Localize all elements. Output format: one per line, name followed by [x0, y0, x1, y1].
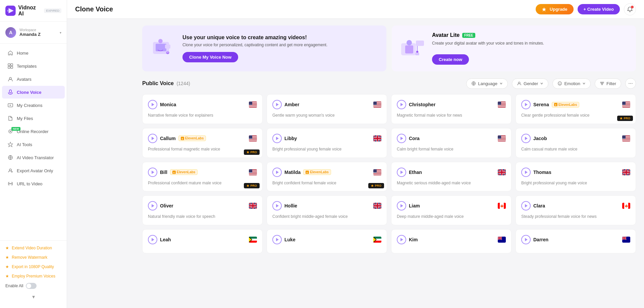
sidebar-item-avatars[interactable]: Avatars — [2, 73, 65, 85]
voice-card-darren[interactable]: Darren — [516, 229, 636, 253]
voice-card-serena[interactable]: Serena E ElevenLabs Clear gentle profess… — [516, 94, 636, 124]
svg-rect-108 — [498, 139, 506, 140]
voice-card-callum[interactable]: Callum E ElevenLabs Professional formal … — [142, 128, 263, 158]
voice-card-hollie[interactable]: Hollie Confident bright middle-aged fema… — [267, 195, 387, 225]
play-button-bill[interactable] — [148, 168, 157, 177]
upgrade-button[interactable]: Upgrade — [536, 4, 574, 14]
sidebar-item-templates[interactable]: Templates — [2, 60, 65, 72]
voice-card-kim[interactable]: Kim — [391, 229, 512, 253]
flag-icon-ethan — [498, 169, 506, 175]
filter-button[interactable]: Filter — [595, 78, 621, 89]
play-button-kim[interactable] — [397, 235, 406, 244]
emotion-filter[interactable]: Emotion — [552, 78, 591, 89]
voice-card-leah[interactable]: Leah — [142, 229, 263, 253]
workspace-selector[interactable]: A Workspace Amanda Z ▾ — [0, 22, 67, 44]
sidebar-item-my-creations[interactable]: My Creations — [2, 99, 65, 112]
play-button-libby[interactable] — [272, 134, 282, 143]
svg-text:E: E — [307, 171, 308, 173]
voice-card-libby[interactable]: Libby Bright professional young female v… — [267, 128, 387, 158]
filter-row: Public Voice (1244) Language Gender Emot… — [142, 78, 636, 89]
flag-icon-callum — [249, 135, 257, 141]
voice-name-leah: Leah — [160, 237, 171, 242]
gender-icon — [517, 81, 522, 86]
voice-card-header-matilda: Matilda E ElevenLabs — [272, 168, 381, 177]
play-button-christopher[interactable] — [397, 100, 406, 109]
voice-name-row-callum: Callum E ElevenLabs — [148, 134, 206, 143]
voice-card-matilda[interactable]: Matilda E ElevenLabs Bright confident fo… — [267, 162, 387, 192]
clone-voice-banner-desc: Clone your voice for personalized, capti… — [182, 43, 378, 47]
play-button-hollie[interactable] — [272, 201, 282, 210]
free-badge: FREE — [462, 33, 475, 38]
extend-video-duration-item[interactable]: ★ Extend Video Duration — [4, 243, 63, 253]
play-button-amber[interactable] — [272, 100, 282, 109]
play-button-matilda[interactable] — [272, 168, 282, 177]
play-button-cora[interactable] — [397, 134, 406, 143]
sidebar-item-clone-voice[interactable]: Clone Voice — [2, 86, 65, 99]
sidebar-item-export-avatar-only[interactable]: Export Avatar Only — [2, 164, 65, 177]
voice-card-header-jacob: Jacob — [521, 134, 630, 143]
create-now-button[interactable]: Create now — [432, 54, 469, 65]
voice-name-row-libby: Libby — [272, 134, 297, 143]
play-button-callum[interactable] — [148, 134, 157, 143]
svg-rect-200 — [622, 238, 626, 239]
voice-card-christopher[interactable]: Christopher Magnetic formal male voice f… — [391, 94, 512, 124]
pro-badge: PRO — [617, 116, 633, 121]
voice-card-thomas[interactable]: Thomas Bright professional young male vo… — [516, 162, 636, 192]
svg-rect-132 — [249, 173, 257, 174]
gender-filter[interactable]: Gender — [512, 78, 548, 89]
export-1080p-item[interactable]: ★ Export in 1080P Quality — [4, 262, 63, 271]
language-filter[interactable]: Language — [466, 78, 508, 89]
voice-card-amber[interactable]: Amber Gentle warm young woman's voice — [267, 94, 387, 124]
voice-name-row-jacob: Jacob — [521, 134, 547, 143]
more-options-button[interactable]: ··· — [625, 78, 636, 89]
voice-card-cora[interactable]: Cora Calm bright formal female voice — [391, 128, 512, 158]
voice-desc-christopher: Magnetic formal male voice for news — [397, 113, 506, 118]
create-video-button[interactable]: + Create Video — [578, 4, 620, 14]
voice-card-bill[interactable]: Bill E ElevenLabs Professional confident… — [142, 162, 263, 192]
play-button-oliver[interactable] — [148, 201, 157, 210]
sidebar-item-home[interactable]: Home — [2, 47, 65, 59]
play-button-clara[interactable] — [521, 201, 531, 210]
voice-name-hollie: Hollie — [284, 203, 297, 208]
premium-voices-item[interactable]: ★ Employ Premium Voices — [4, 271, 63, 281]
svg-rect-19 — [156, 44, 166, 51]
voice-card-ethan[interactable]: Ethan Magnetic serious middle-aged male … — [391, 162, 512, 192]
play-triangle-leah — [152, 238, 154, 241]
filter-label: Filter — [606, 81, 616, 86]
sidebar-item-url-to-video[interactable]: URL to Video — [2, 177, 65, 190]
sidebar-item-ai-tools[interactable]: AI Tools — [2, 138, 65, 151]
voice-card-monica[interactable]: Monica Narrative female voice for explai… — [142, 94, 263, 124]
voice-card-luke[interactable]: Luke — [267, 229, 387, 253]
play-button-monica[interactable] — [148, 100, 157, 109]
voice-card-clara[interactable]: Clara 🍁 Steady professional female voice… — [516, 195, 636, 225]
chevron-down-icon: ▾ — [60, 31, 61, 35]
remove-watermark-item[interactable]: ★ Remove Watermark — [4, 253, 63, 262]
enable-all-toggle[interactable] — [26, 283, 37, 289]
voice-name-row-leah: Leah — [148, 235, 171, 244]
play-button-ethan[interactable] — [397, 168, 406, 177]
sidebar-collapse-button[interactable]: ▾ — [4, 291, 63, 303]
voice-card-liam[interactable]: Liam 🍁 Deep mature middle-aged male voic… — [391, 195, 512, 225]
export-avatar-icon — [7, 168, 13, 174]
avatar-lite-banner-content: Avatar Lite FREE Create your digital ava… — [432, 32, 628, 65]
sidebar-item-my-files[interactable]: My Files — [2, 112, 65, 125]
play-button-luke[interactable] — [272, 235, 282, 244]
play-button-liam[interactable] — [397, 201, 406, 210]
voice-desc-monica: Narrative female voice for explainers — [148, 113, 257, 118]
svg-point-31 — [518, 82, 520, 84]
play-button-serena[interactable] — [521, 100, 531, 109]
svg-rect-44 — [249, 107, 257, 108]
play-button-jacob[interactable] — [521, 134, 531, 143]
sidebar-item-ai-video-translator-label: AI Video Translator — [17, 155, 54, 160]
voice-name-clara: Clara — [533, 203, 545, 208]
play-button-thomas[interactable] — [521, 168, 531, 177]
clone-my-voice-button[interactable]: Clone My Voice Now — [182, 52, 238, 62]
play-button-leah[interactable] — [148, 235, 157, 244]
play-button-darren[interactable] — [521, 235, 531, 244]
voice-card-oliver[interactable]: Oliver Natural friendly male voice for s… — [142, 195, 263, 225]
notification-button[interactable] — [624, 3, 636, 15]
sidebar-item-ai-video-translator[interactable]: AI Video Translator — [2, 151, 65, 164]
flag-icon-libby — [373, 135, 381, 141]
voice-card-jacob[interactable]: Jacob Calm casual mature male voice — [516, 128, 636, 158]
sidebar-item-online-recorder[interactable]: Online Recorder NEW — [2, 125, 65, 138]
